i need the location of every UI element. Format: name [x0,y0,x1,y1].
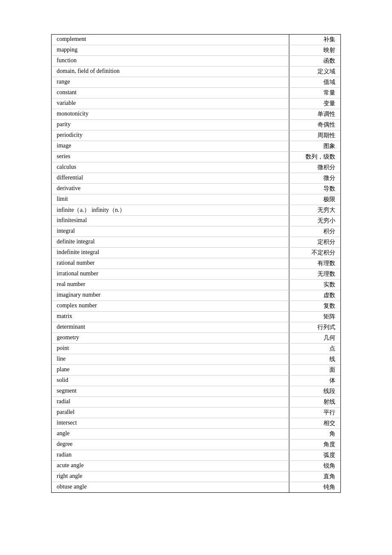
table-row: series数列，级数 [52,152,340,162]
english-term: line [52,354,289,364]
chinese-term: 不定积分 [289,248,340,258]
table-row: acute angle锐角 [52,461,340,471]
chinese-term: 矩阵 [289,312,340,322]
table-row: radial射线 [52,397,340,408]
table-row: radian弧度 [52,450,340,461]
table-row: variable变量 [52,98,340,109]
chinese-term: 角度 [289,439,340,450]
chinese-term: 相交 [289,418,340,428]
chinese-term: 常量 [289,88,340,98]
chinese-term: 数列，级数 [289,152,340,162]
english-term: complex number [52,301,289,311]
chinese-term: 角 [289,429,340,439]
english-term: matrix [52,312,289,322]
table-row: infinitesimal无穷小 [52,216,340,226]
english-term: indefinite integral [52,248,289,258]
chinese-term: 函数 [289,56,340,66]
table-row: function函数 [52,56,340,66]
table-row: limit极限 [52,194,340,205]
chinese-term: 射线 [289,397,340,407]
table-row: mapping映射 [52,45,340,56]
table-row: derivative导数 [52,184,340,194]
chinese-term: 定积分 [289,237,340,247]
chinese-term: 定义域 [289,66,340,77]
english-term: infinitesimal [52,216,289,226]
english-term: range [52,77,289,87]
chinese-term: 锐角 [289,461,340,471]
english-term: domain, field of definition [52,66,289,77]
chinese-term: 极限 [289,194,340,205]
table-row: calculus微积分 [52,162,340,173]
english-term: periodicity [52,130,289,141]
table-row: matrix矩阵 [52,312,340,322]
table-row: differential微分 [52,173,340,184]
chinese-term: 行列式 [289,322,340,332]
table-row: parallel平行 [52,408,340,418]
english-term: series [52,152,289,162]
table-row: periodicity周期性 [52,130,340,141]
english-term: function [52,56,289,66]
english-term: radian [52,450,289,460]
english-term: degree [52,439,289,450]
table-row: indefinite integral不定积分 [52,248,340,258]
chinese-term: 点 [289,344,340,354]
chinese-term: 无穷小 [289,216,340,226]
table-row: range值域 [52,77,340,88]
chinese-term: 积分 [289,226,340,237]
chinese-term: 线段 [289,386,340,396]
english-term: differential [52,173,289,183]
english-term: acute angle [52,461,289,471]
table-row: geometry几何 [52,333,340,344]
chinese-term: 线 [289,354,340,364]
english-term: plane [52,365,289,375]
table-row: real number实数 [52,280,340,290]
chinese-term: 微分 [289,173,340,183]
english-term: radial [52,397,289,407]
table-row: imaginary number虚数 [52,290,340,301]
english-term: calculus [52,162,289,173]
english-term: determinant [52,322,289,332]
table-row: integral积分 [52,226,340,237]
table-row: constant常量 [52,88,340,98]
english-term: definite integral [52,237,289,247]
vocabulary-table: complement补集mapping映射function函数domain, f… [51,34,341,493]
table-row: determinant行列式 [52,322,340,333]
table-row: plane面 [52,365,340,376]
chinese-term: 奇偶性 [289,120,340,130]
chinese-term: 图象 [289,141,340,151]
english-term: integral [52,226,289,237]
table-row: solid体 [52,376,340,386]
english-term: complement [52,35,289,45]
chinese-term: 几何 [289,333,340,343]
chinese-term: 弧度 [289,450,340,460]
table-row: point点 [52,344,340,354]
english-term: derivative [52,184,289,194]
chinese-term: 补集 [289,35,340,45]
chinese-term: 微积分 [289,162,340,173]
chinese-term: 单调性 [289,109,340,119]
chinese-term: 钝角 [289,482,340,492]
table-row: complex number复数 [52,301,340,312]
table-row: parity奇偶性 [52,120,340,130]
english-term: right angle [52,471,289,482]
english-term: point [52,344,289,354]
english-term: monotonicity [52,109,289,119]
table-row: image图象 [52,141,340,152]
chinese-term: 直角 [289,471,340,482]
english-term: parity [52,120,289,130]
english-term: limit [52,194,289,205]
chinese-term: 复数 [289,301,340,311]
table-row: rational number有理数 [52,258,340,269]
english-term: intersect [52,418,289,428]
chinese-term: 周期性 [289,130,340,141]
english-term: constant [52,88,289,98]
table-row: segment线段 [52,386,340,397]
table-row: angle角 [52,429,340,439]
english-term: segment [52,386,289,396]
table-row: intersect相交 [52,418,340,429]
chinese-term: 平行 [289,408,340,418]
table-row: irrational number无理数 [52,269,340,280]
chinese-term: 值域 [289,77,340,87]
chinese-term: 无理数 [289,269,340,279]
english-term: irrational number [52,269,289,279]
